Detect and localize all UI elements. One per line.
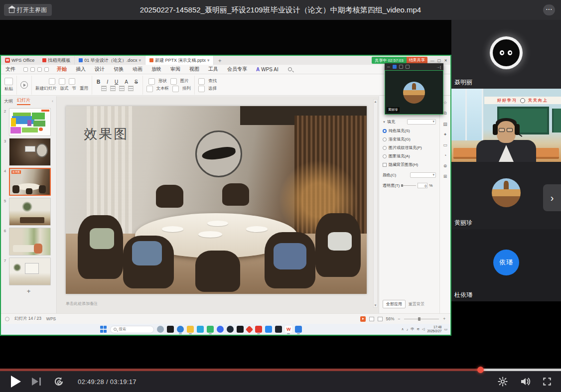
sidebar-next-page-button[interactable]: › bbox=[543, 184, 561, 211]
layers-icon[interactable]: ▤ bbox=[443, 122, 447, 127]
outline-tab[interactable]: 大纲 bbox=[4, 98, 13, 105]
menu-design[interactable]: 设计 bbox=[90, 66, 109, 73]
bold-button[interactable]: B bbox=[96, 79, 101, 85]
align-right-icon[interactable] bbox=[119, 86, 125, 91]
menu-view[interactable]: 视图 bbox=[185, 66, 204, 73]
strikethrough-button[interactable]: S bbox=[134, 79, 139, 85]
option-picture-fill[interactable]: 图片或纹理填充(P) bbox=[383, 145, 436, 150]
layout-icon[interactable] bbox=[59, 78, 65, 85]
edge-icon[interactable] bbox=[177, 326, 184, 333]
normal-view-icon[interactable] bbox=[369, 317, 374, 321]
transparency-value[interactable]: 0 bbox=[418, 183, 427, 188]
layout-grid-icon[interactable] bbox=[399, 65, 403, 69]
wechat-icon[interactable] bbox=[207, 326, 214, 333]
arrange-button[interactable]: 排列 bbox=[182, 86, 191, 92]
zoom-in-icon[interactable]: ＋ bbox=[442, 316, 447, 322]
layout-list-icon[interactable] bbox=[406, 65, 410, 69]
taskbar-search[interactable]: 搜索 bbox=[110, 326, 154, 333]
fill-preset-dropdown[interactable] bbox=[407, 119, 436, 125]
qq-icon[interactable] bbox=[265, 326, 272, 333]
stop-sharing-button[interactable]: 结束共享 bbox=[407, 57, 427, 64]
textbox-button[interactable]: 文本框 bbox=[156, 86, 169, 92]
more-menu-button[interactable]: ⋯ bbox=[543, 4, 555, 15]
menu-transitions[interactable]: 切换 bbox=[109, 66, 128, 73]
help-icon[interactable]: ◔ bbox=[444, 153, 446, 158]
tab-dropdown-icon[interactable]: ▾ bbox=[207, 58, 210, 63]
restore-icon[interactable]: ▢ bbox=[437, 58, 441, 63]
new-slide-icon[interactable] bbox=[49, 78, 55, 85]
find-button[interactable]: 查找 bbox=[208, 78, 217, 84]
fullscreen-button[interactable] bbox=[542, 377, 552, 387]
browser-icon[interactable] bbox=[227, 326, 234, 333]
copy-icon[interactable]: ⧉ bbox=[443, 111, 446, 116]
taskbar-clock[interactable]: 17:48 2025/2/27 bbox=[427, 325, 441, 333]
current-slide[interactable]: 效果图 bbox=[66, 106, 367, 294]
playback-mode-button[interactable] bbox=[53, 376, 65, 388]
layout-active-icon[interactable] bbox=[393, 65, 397, 69]
sorter-view-icon[interactable] bbox=[378, 317, 383, 321]
grid-icon[interactable]: ⊞ bbox=[443, 174, 447, 179]
participant-tile-4[interactable]: 依璠 杜依璠 bbox=[451, 229, 561, 301]
textbox-icon[interactable] bbox=[146, 86, 153, 92]
zoom-out-icon[interactable]: − bbox=[398, 316, 401, 321]
section-caret-icon[interactable]: ▼ bbox=[383, 121, 386, 124]
arrange-icon[interactable] bbox=[172, 86, 179, 92]
mic-tray-icon[interactable]: ♪ bbox=[407, 328, 409, 331]
paste-group[interactable]: 粘贴 bbox=[1, 76, 17, 95]
network-icon[interactable]: ≋ bbox=[417, 327, 420, 331]
redo-icon[interactable] bbox=[44, 67, 49, 72]
section-icon[interactable] bbox=[69, 78, 75, 85]
picture-icon[interactable] bbox=[170, 78, 177, 85]
photoshop-icon[interactable] bbox=[237, 326, 244, 333]
slide-thumbnail-7[interactable]: 7 bbox=[1, 258, 53, 285]
play-button[interactable] bbox=[11, 376, 21, 388]
wps-logo[interactable]: W WPS Office bbox=[1, 58, 38, 63]
add-slide-button[interactable]: + bbox=[1, 287, 56, 295]
wps-taskbar-icon[interactable]: W bbox=[285, 326, 292, 333]
menu-home[interactable]: 开始 bbox=[52, 66, 71, 73]
scroll-up-icon[interactable]: ▲ bbox=[374, 100, 377, 103]
reset-background-button[interactable]: 重置背景 bbox=[409, 301, 424, 307]
dock-right-icon[interactable]: →| bbox=[436, 65, 441, 69]
tray-expand-icon[interactable]: ∧ bbox=[402, 327, 404, 331]
media-app-icon[interactable] bbox=[197, 326, 204, 333]
picture-button[interactable]: 图片 bbox=[180, 78, 189, 84]
favorites-icon[interactable]: ☆ bbox=[443, 100, 447, 105]
align-center-icon[interactable] bbox=[110, 86, 116, 91]
tab-dropdown-icon[interactable]: ▾ bbox=[139, 58, 141, 63]
new-tab-button[interactable]: ＋ bbox=[214, 57, 225, 64]
menu-file[interactable]: 文件 bbox=[1, 66, 20, 73]
color-dropdown[interactable] bbox=[410, 172, 436, 178]
select-button[interactable]: 选择 bbox=[208, 86, 217, 92]
menu-review[interactable]: 审阅 bbox=[166, 66, 185, 73]
slideshow-group[interactable] bbox=[17, 76, 32, 95]
apply-all-button[interactable]: 全部应用 bbox=[383, 300, 406, 308]
menu-member[interactable]: 会员专享 bbox=[223, 66, 252, 73]
ime-icon[interactable]: 中 bbox=[411, 327, 414, 332]
notification-icon[interactable]: ▭ bbox=[444, 327, 447, 331]
menu-slideshow[interactable]: 放映 bbox=[147, 66, 166, 73]
start-button[interactable] bbox=[100, 326, 107, 333]
widgets-icon[interactable] bbox=[157, 326, 164, 333]
volume-tray-icon[interactable]: ◁ bbox=[422, 327, 424, 331]
app-icon-dark2[interactable] bbox=[275, 326, 282, 333]
participant-tile-1[interactable]: 聂明丽 bbox=[451, 20, 561, 89]
menu-insert[interactable]: 插入 bbox=[71, 66, 90, 73]
transparency-slider[interactable] bbox=[401, 185, 416, 186]
app-icon-blue[interactable] bbox=[217, 326, 224, 333]
next-button[interactable] bbox=[32, 378, 41, 386]
slide-thumbnail-6[interactable]: 6 bbox=[1, 228, 53, 256]
app-icon-dark[interactable] bbox=[167, 326, 174, 333]
align-left-icon[interactable] bbox=[101, 86, 107, 91]
italic-button[interactable]: I bbox=[106, 79, 109, 85]
animation-icon[interactable]: ✦ bbox=[443, 132, 447, 137]
save-icon[interactable] bbox=[23, 67, 28, 72]
minimize-icon[interactable]: ─ bbox=[387, 65, 390, 69]
open-main-ui-button[interactable]: 打开主界面 bbox=[4, 4, 52, 16]
menu-tools[interactable]: 工具 bbox=[204, 66, 223, 73]
meeting-floating-window[interactable]: ─ →| 黄丽珍 bbox=[385, 63, 443, 115]
new-slide-button[interactable]: 新建幻灯片 bbox=[35, 86, 57, 92]
option-solid-fill[interactable]: 纯色填充(S) bbox=[383, 128, 436, 133]
justify-icon[interactable] bbox=[128, 86, 134, 91]
minimize-icon[interactable]: — bbox=[430, 58, 434, 63]
